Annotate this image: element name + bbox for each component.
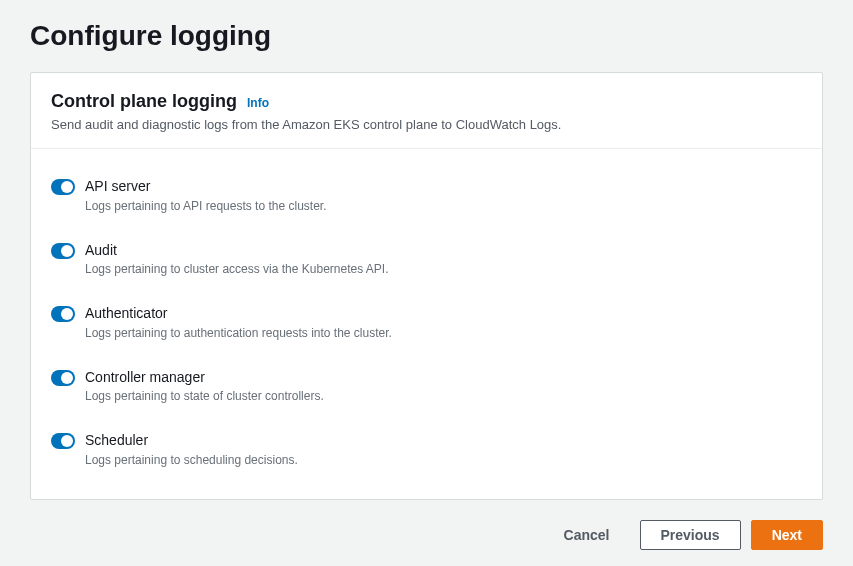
logging-panel: Control plane logging Info Send audit an… <box>30 72 823 500</box>
toggle-scheduler[interactable] <box>51 433 75 449</box>
toggle-api-server[interactable] <box>51 179 75 195</box>
toggle-controller-manager[interactable] <box>51 370 75 386</box>
toggle-row-audit: Audit Logs pertaining to cluster access … <box>51 223 802 287</box>
page-title: Configure logging <box>30 20 823 52</box>
toggle-description: Logs pertaining to state of cluster cont… <box>85 389 802 403</box>
toggle-description: Logs pertaining to scheduling decisions. <box>85 453 802 467</box>
toggle-row-scheduler: Scheduler Logs pertaining to scheduling … <box>51 413 802 477</box>
toggle-row-authenticator: Authenticator Logs pertaining to authent… <box>51 286 802 350</box>
panel-title: Control plane logging <box>51 91 237 112</box>
toggle-row-api-server: API server Logs pertaining to API reques… <box>51 159 802 223</box>
toggle-description: Logs pertaining to authentication reques… <box>85 326 802 340</box>
toggle-description: Logs pertaining to API requests to the c… <box>85 199 802 213</box>
previous-button[interactable]: Previous <box>640 520 741 550</box>
next-button[interactable]: Next <box>751 520 823 550</box>
toggle-label: Authenticator <box>85 304 802 324</box>
toggle-audit[interactable] <box>51 243 75 259</box>
panel-header: Control plane logging Info Send audit an… <box>31 73 822 149</box>
toggle-label: API server <box>85 177 802 197</box>
toggle-label: Audit <box>85 241 802 261</box>
cancel-button[interactable]: Cancel <box>544 521 630 549</box>
panel-description: Send audit and diagnostic logs from the … <box>51 117 802 132</box>
toggle-description: Logs pertaining to cluster access via th… <box>85 262 802 276</box>
toggle-label: Controller manager <box>85 368 802 388</box>
toggle-authenticator[interactable] <box>51 306 75 322</box>
footer-actions: Cancel Previous Next <box>30 520 823 550</box>
toggle-row-controller-manager: Controller manager Logs pertaining to st… <box>51 350 802 414</box>
toggle-label: Scheduler <box>85 431 802 451</box>
info-link[interactable]: Info <box>247 96 269 110</box>
panel-body: API server Logs pertaining to API reques… <box>31 149 822 499</box>
